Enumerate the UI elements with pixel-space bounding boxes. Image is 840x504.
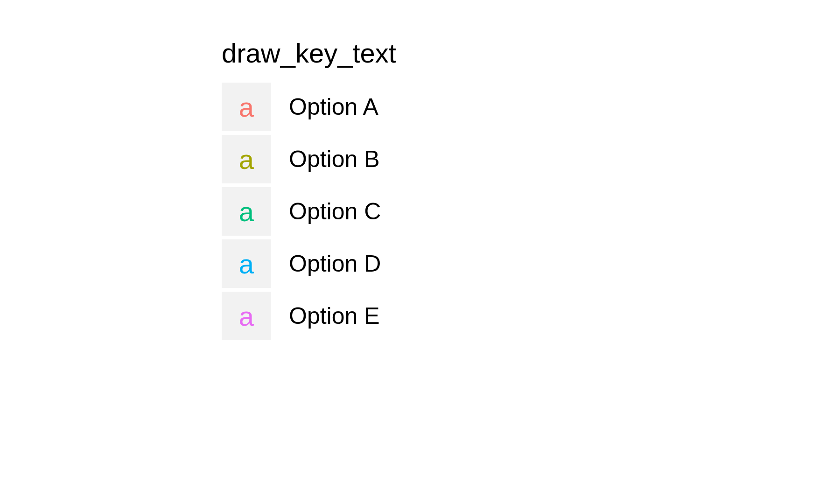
legend-item-label: Option B	[289, 146, 380, 173]
legend-item: a Option B	[222, 135, 396, 183]
legend-item-label: Option D	[289, 250, 381, 277]
legend-key-glyph: a	[222, 187, 271, 236]
legend-key-glyph: a	[222, 239, 271, 288]
legend-item: a Option A	[222, 83, 396, 131]
legend-title: draw_key_text	[222, 37, 396, 69]
legend-item: a Option E	[222, 292, 396, 340]
legend-item: a Option D	[222, 239, 396, 288]
legend-item-label: Option A	[289, 93, 378, 120]
legend-key-glyph: a	[222, 135, 271, 183]
legend-item-label: Option E	[289, 302, 380, 329]
legend: draw_key_text a Option A a Option B a Op…	[222, 37, 396, 344]
legend-item: a Option C	[222, 187, 396, 236]
legend-key-glyph: a	[222, 292, 271, 340]
legend-item-label: Option C	[289, 198, 381, 225]
legend-key-glyph: a	[222, 83, 271, 131]
